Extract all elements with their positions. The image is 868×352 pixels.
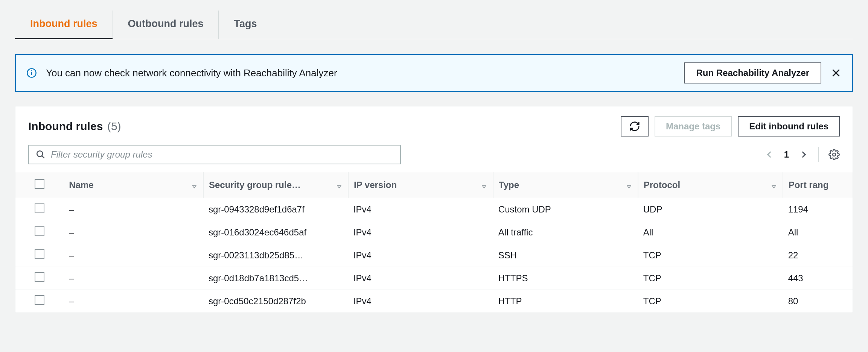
panel-actions: Manage tags Edit inbound rules [621, 116, 840, 137]
header-ip-version[interactable]: IP version [348, 172, 493, 198]
cell-ip-version: IPv4 [348, 290, 493, 313]
filter-row: 1 [15, 143, 853, 172]
cell-port-range: All [783, 221, 853, 244]
tab-bar: Inbound rules Outbound rules Tags [15, 11, 853, 39]
close-icon[interactable] [830, 67, 842, 79]
search-box[interactable] [28, 145, 401, 164]
sort-icon [336, 182, 343, 188]
header-label: Protocol [644, 180, 680, 190]
sort-icon [626, 182, 632, 188]
row-checkbox[interactable] [35, 295, 44, 305]
cell-security-group-rule: sgr-0943328d9ef1d6a7f [203, 198, 348, 221]
edit-inbound-rules-button[interactable]: Edit inbound rules [738, 116, 840, 137]
sort-icon [191, 182, 198, 188]
row-checkbox-cell [15, 244, 64, 267]
rules-table: Name Security group rule… IP version Typ… [15, 172, 853, 313]
header-select-all [15, 172, 64, 198]
table-header-row: Name Security group rule… IP version Typ… [15, 172, 853, 198]
tab-label: Tags [234, 18, 257, 29]
row-checkbox[interactable] [35, 226, 44, 236]
banner-text: You can now check network connectivity w… [46, 67, 675, 79]
tab-label: Outbound rules [128, 18, 204, 29]
svg-point-5 [37, 151, 43, 156]
cell-security-group-rule: sgr-016d3024ec646d5af [203, 221, 348, 244]
header-label: Port rang [789, 180, 829, 190]
cell-ip-version: IPv4 [348, 198, 493, 221]
cell-name: – [64, 290, 203, 313]
cell-security-group-rule: sgr-0023113db25d85… [203, 244, 348, 267]
row-checkbox-cell [15, 267, 64, 290]
cell-ip-version: IPv4 [348, 244, 493, 267]
svg-point-2 [31, 70, 32, 71]
header-name[interactable]: Name [64, 172, 203, 198]
row-checkbox[interactable] [35, 272, 44, 282]
sort-icon [481, 182, 487, 188]
svg-marker-8 [192, 186, 196, 188]
svg-marker-9 [337, 186, 341, 188]
header-label: IP version [354, 180, 397, 190]
cell-protocol: TCP [638, 244, 783, 267]
panel-count: (5) [107, 120, 121, 132]
table-row[interactable]: –sgr-0d18db7a1813cd5…IPv4HTTPSTCP443 [15, 267, 853, 290]
run-reachability-analyzer-button[interactable]: Run Reachability Analyzer [684, 62, 821, 83]
row-checkbox-cell [15, 198, 64, 221]
header-label: Type [499, 180, 519, 190]
header-label: Security group rule… [209, 180, 301, 190]
cell-ip-version: IPv4 [348, 267, 493, 290]
cell-port-range: 22 [783, 244, 853, 267]
table-row[interactable]: –sgr-016d3024ec646d5afIPv4All trafficAll… [15, 221, 853, 244]
cell-type: All traffic [493, 221, 638, 244]
cell-ip-version: IPv4 [348, 221, 493, 244]
cell-port-range: 1194 [783, 198, 853, 221]
cell-name: – [64, 267, 203, 290]
cell-type: HTTP [493, 290, 638, 313]
refresh-button[interactable] [621, 116, 649, 137]
cell-protocol: TCP [638, 267, 783, 290]
panel-title-wrap: Inbound rules (5) [28, 120, 121, 133]
row-checkbox[interactable] [35, 249, 44, 259]
manage-tags-button[interactable]: Manage tags [655, 116, 732, 137]
table-row[interactable]: –sgr-0cd50c2150d287f2bIPv4HTTPTCP80 [15, 290, 853, 313]
row-checkbox[interactable] [35, 203, 44, 213]
row-checkbox-cell [15, 221, 64, 244]
svg-marker-12 [772, 186, 775, 188]
cell-security-group-rule: sgr-0cd50c2150d287f2b [203, 290, 348, 313]
cell-protocol: All [638, 221, 783, 244]
refresh-icon [629, 121, 640, 132]
svg-marker-10 [482, 186, 486, 188]
cell-type: SSH [493, 244, 638, 267]
cell-port-range: 80 [783, 290, 853, 313]
header-protocol[interactable]: Protocol [638, 172, 783, 198]
header-port-range[interactable]: Port rang [783, 172, 853, 198]
inbound-rules-panel: Inbound rules (5) Manage tags Edit inbou… [15, 106, 853, 313]
tab-inbound-rules[interactable]: Inbound rules [15, 11, 113, 39]
svg-marker-11 [627, 186, 630, 188]
cell-protocol: TCP [638, 290, 783, 313]
search-input[interactable] [51, 149, 393, 160]
cell-type: HTTPS [493, 267, 638, 290]
table-row[interactable]: –sgr-0943328d9ef1d6a7fIPv4Custom UDPUDP1… [15, 198, 853, 221]
panel-header: Inbound rules (5) Manage tags Edit inbou… [15, 106, 853, 143]
cell-protocol: UDP [638, 198, 783, 221]
header-label: Name [69, 180, 93, 190]
svg-line-6 [42, 156, 44, 158]
header-security-group-rule[interactable]: Security group rule… [203, 172, 348, 198]
cell-security-group-rule: sgr-0d18db7a1813cd5… [203, 267, 348, 290]
search-icon [36, 150, 46, 159]
header-type[interactable]: Type [493, 172, 638, 198]
reachability-banner: You can now check network connectivity w… [15, 54, 853, 92]
row-checkbox-cell [15, 290, 64, 313]
gear-icon[interactable] [828, 149, 840, 160]
paginator: 1 [764, 147, 840, 162]
tab-tags[interactable]: Tags [219, 11, 272, 39]
table-row[interactable]: –sgr-0023113db25d85…IPv4SSHTCP22 [15, 244, 853, 267]
tab-outbound-rules[interactable]: Outbound rules [113, 11, 219, 39]
cell-port-range: 443 [783, 267, 853, 290]
svg-point-7 [833, 153, 836, 156]
next-page-icon[interactable] [799, 150, 809, 159]
divider [818, 147, 819, 162]
cell-name: – [64, 244, 203, 267]
cell-type: Custom UDP [493, 198, 638, 221]
prev-page-icon[interactable] [764, 150, 774, 159]
select-all-checkbox[interactable] [35, 179, 44, 189]
